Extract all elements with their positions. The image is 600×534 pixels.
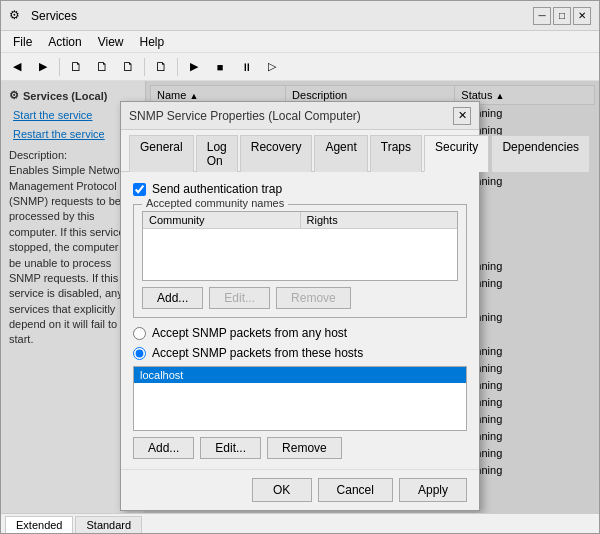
apply-button[interactable]: Apply — [399, 478, 467, 502]
toolbar-forward[interactable]: ▶ — [31, 56, 55, 78]
community-remove-btn[interactable]: Remove — [276, 287, 351, 309]
toolbar-pause[interactable]: ⏸ — [234, 56, 258, 78]
close-button[interactable]: ✕ — [573, 7, 591, 25]
menu-bar: File Action View Help — [1, 31, 599, 53]
radio-hosts-label: Accept SNMP packets from these hosts — [152, 346, 363, 360]
maximize-button[interactable]: □ — [553, 7, 571, 25]
tab-logon[interactable]: Log On — [196, 135, 238, 172]
app-icon: ⚙ — [9, 8, 25, 24]
hosts-list[interactable]: localhost — [133, 366, 467, 431]
title-bar-left: ⚙ Services — [9, 8, 77, 24]
hosts-add-btn[interactable]: Add... — [133, 437, 194, 459]
community-names-label: Accepted community names — [142, 197, 288, 209]
toolbar-doc3[interactable]: 🗋 — [116, 56, 140, 78]
ok-button[interactable]: OK — [252, 478, 312, 502]
auth-trap-label: Send authentication trap — [152, 182, 282, 196]
auth-trap-row: Send authentication trap — [133, 182, 467, 196]
toolbar-restart[interactable]: ▷ — [260, 56, 284, 78]
toolbar-sep3 — [177, 58, 178, 76]
menu-action[interactable]: Action — [40, 33, 89, 51]
community-list[interactable]: Community Rights — [142, 211, 458, 281]
radio-hosts-row: Accept SNMP packets from these hosts — [133, 346, 467, 360]
tab-traps[interactable]: Traps — [370, 135, 422, 172]
col-rights: Rights — [301, 212, 458, 228]
minimize-button[interactable]: ─ — [533, 7, 551, 25]
tab-dependencies[interactable]: Dependencies — [491, 135, 590, 172]
hosts-btn-row: Add... Edit... Remove — [133, 437, 467, 459]
window-title: Services — [31, 9, 77, 23]
tab-recovery[interactable]: Recovery — [240, 135, 313, 172]
radio-any[interactable] — [133, 327, 146, 340]
title-bar-controls: ─ □ ✕ — [533, 7, 591, 25]
dialog-content: Send authentication trap Accepted commun… — [121, 172, 479, 469]
dialog-title-bar: SNMP Service Properties (Local Computer)… — [121, 102, 479, 130]
menu-view[interactable]: View — [90, 33, 132, 51]
community-edit-btn[interactable]: Edit... — [209, 287, 270, 309]
host-item-localhost[interactable]: localhost — [134, 367, 466, 383]
toolbar-stop[interactable]: ■ — [208, 56, 232, 78]
toolbar-doc1[interactable]: 🗋 — [64, 56, 88, 78]
toolbar-sep2 — [144, 58, 145, 76]
community-add-btn[interactable]: Add... — [142, 287, 203, 309]
toolbar-doc2[interactable]: 🗋 — [90, 56, 114, 78]
toolbar: ◀ ▶ 🗋 🗋 🗋 🗋 ▶ ■ ⏸ ▷ — [1, 53, 599, 81]
menu-help[interactable]: Help — [132, 33, 173, 51]
dialog-tab-bar: General Log On Recovery Agent Traps Secu… — [121, 130, 479, 172]
hosts-remove-btn[interactable]: Remove — [267, 437, 342, 459]
auth-trap-checkbox[interactable] — [133, 183, 146, 196]
tab-standard[interactable]: Standard — [75, 516, 142, 533]
toolbar-doc4[interactable]: 🗋 — [149, 56, 173, 78]
hosts-edit-btn[interactable]: Edit... — [200, 437, 261, 459]
menu-file[interactable]: File — [5, 33, 40, 51]
title-bar: ⚙ Services ─ □ ✕ — [1, 1, 599, 31]
toolbar-sep1 — [59, 58, 60, 76]
tab-extended[interactable]: Extended — [5, 516, 73, 533]
radio-any-row: Accept SNMP packets from any host — [133, 326, 467, 340]
col-community: Community — [143, 212, 301, 228]
dialog-footer: OK Cancel Apply — [121, 469, 479, 510]
community-list-header: Community Rights — [143, 212, 457, 229]
properties-dialog: SNMP Service Properties (Local Computer)… — [120, 101, 480, 511]
dialog-close-button[interactable]: ✕ — [453, 107, 471, 125]
toolbar-back[interactable]: ◀ — [5, 56, 29, 78]
tab-general[interactable]: General — [129, 135, 194, 172]
toolbar-play[interactable]: ▶ — [182, 56, 206, 78]
community-names-group: Accepted community names Community Right… — [133, 204, 467, 318]
bottom-tabs: Extended Standard — [1, 513, 599, 533]
modal-overlay: SNMP Service Properties (Local Computer)… — [1, 81, 599, 513]
dialog-title: SNMP Service Properties (Local Computer) — [129, 109, 361, 123]
community-btn-row: Add... Edit... Remove — [142, 287, 458, 309]
radio-hosts[interactable] — [133, 347, 146, 360]
cancel-button[interactable]: Cancel — [318, 478, 393, 502]
main-window: ⚙ Services ─ □ ✕ File Action View Help ◀… — [0, 0, 600, 534]
tab-security[interactable]: Security — [424, 135, 489, 172]
content-area: ⚙ Services (Local) Start the service Res… — [1, 81, 599, 513]
tab-agent[interactable]: Agent — [314, 135, 367, 172]
radio-any-label: Accept SNMP packets from any host — [152, 326, 347, 340]
